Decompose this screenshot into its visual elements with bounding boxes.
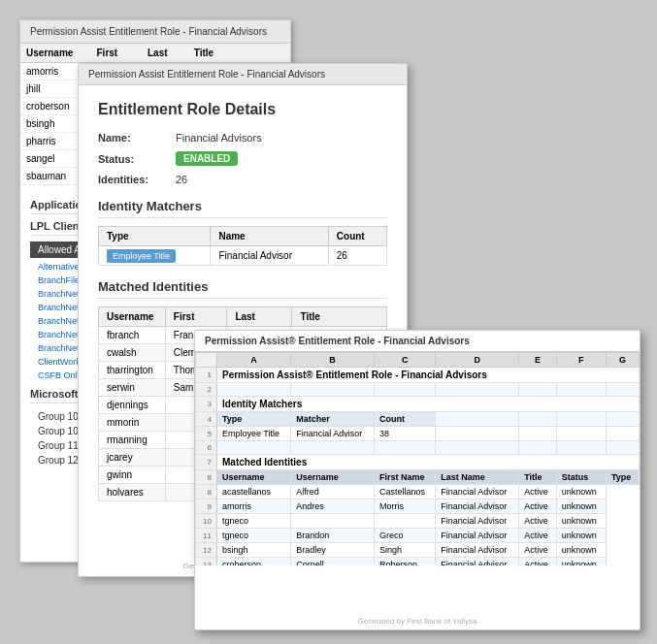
status-badge: ENABLED: [176, 151, 238, 166]
identity-matchers-label: Identity Matchers: [217, 397, 640, 412]
data-cell: Financial Advisor: [436, 485, 519, 499]
spreadsheet-main-title: Permission Assist® Entitlement Role - Fi…: [217, 368, 640, 383]
data-cell: Active: [519, 543, 557, 558]
data-cell: Active: [519, 558, 557, 566]
empty-cell: [606, 427, 639, 441]
identities-label: Identities:: [98, 174, 176, 185]
matched-identities-heading: Matched Identities: [98, 279, 387, 299]
col-a: A: [217, 353, 291, 368]
empty-cell: [556, 427, 606, 441]
matcher-col-header: Matcher: [291, 412, 375, 427]
col-c: C: [375, 353, 436, 368]
empty-cell: [436, 412, 519, 427]
spreadsheet-scroll[interactable]: A B C D E F G 1Permission Assist® Entitl…: [195, 352, 640, 565]
identities-row: Identities: 26: [98, 174, 387, 185]
empty-cell: [556, 383, 606, 397]
matcher-count-col: Count: [328, 227, 386, 246]
empty-row: 6: [196, 441, 640, 455]
data-cell: unknown: [556, 529, 606, 543]
status-row: Status: ENABLED: [98, 151, 387, 166]
data-cell: unknown: [556, 499, 606, 514]
identities-count: 26: [176, 174, 187, 185]
row-number: 4: [196, 412, 217, 427]
col-username: Username: [20, 44, 91, 63]
back-panel-header: Permission Assist Entitlement Role - Fin…: [20, 20, 290, 44]
row-number: 6: [196, 441, 217, 455]
data-cell: Morris: [375, 499, 436, 514]
identity-matchers-table: Type Name Count Employee TitleFinancial …: [98, 226, 387, 266]
data-col-header: Title: [519, 470, 557, 485]
table-cell: tharrington: [99, 362, 166, 379]
data-cell: [375, 514, 436, 529]
data-cell: Castellanos: [375, 485, 436, 499]
id-title-col: Title: [292, 307, 387, 327]
table-cell: 26: [328, 246, 386, 266]
table-cell: Employee Title: [99, 246, 211, 266]
empty-cell: [436, 441, 519, 455]
id-first-col: First: [165, 307, 227, 327]
empty-cell: [606, 441, 639, 455]
row-number: 11: [196, 529, 217, 543]
data-cell: Active: [519, 485, 557, 499]
data-col-header: Username: [291, 470, 375, 485]
data-col-header: Status: [556, 470, 606, 485]
data-cell: Singh: [375, 543, 436, 558]
empty-cell: [291, 383, 375, 397]
empty-cell: [291, 441, 375, 455]
mid-panel-header: Permission Assist Entitlement Role - Fin…: [79, 64, 407, 85]
col-e: E: [519, 353, 557, 368]
table-row: 12bsinghBradleySinghFinancial AdvisorAct…: [196, 543, 640, 558]
table-cell: fbranch: [99, 327, 166, 344]
data-cell: tgneco: [217, 514, 291, 529]
empty-cell: [436, 427, 519, 441]
employee-title-badge: Employee Title: [107, 249, 176, 263]
table-row: 11tgnecoBrandonGrecoFinancial AdvisorAct…: [196, 529, 640, 543]
col-username-header: Username: [217, 470, 291, 485]
data-cell: unknown: [556, 485, 606, 499]
data-col-header: Last Name: [436, 470, 519, 485]
table-cell: cwalsh: [99, 344, 166, 362]
data-cell: Active: [519, 499, 557, 514]
data-cell: unknown: [556, 558, 606, 566]
empty-cell: [436, 383, 519, 397]
data-cell: Roberson: [375, 558, 436, 566]
data-headers-row: 8UsernameUsernameFirst NameLast NameTitl…: [196, 470, 640, 485]
data-cell: Cornell: [291, 558, 375, 566]
empty-cell: [519, 441, 557, 455]
table-cell: djennings: [99, 397, 166, 414]
matcher-data-cell: 38: [375, 427, 436, 441]
data-cell: Financial Advisor: [436, 529, 519, 543]
data-cell: Active: [519, 514, 557, 529]
mid-panel-title: Entitlement Role Details: [98, 101, 387, 118]
row-number: 12: [196, 543, 217, 558]
row-number: 5: [196, 427, 217, 441]
data-cell: bsingh: [217, 543, 291, 558]
data-cell: Greco: [375, 529, 436, 543]
empty-cell: [217, 441, 291, 455]
empty-cell: [556, 412, 606, 427]
data-cell: tgneco: [217, 529, 291, 543]
table-cell: rmanning: [99, 432, 166, 449]
table-row: 13crobersonCornellRobersonFinancial Advi…: [196, 558, 640, 566]
identity-matchers-row: 3Identity Matchers: [196, 397, 640, 412]
matcher-data-cell: Employee Title: [217, 427, 291, 441]
data-cell: Financial Advisor: [436, 514, 519, 529]
spreadsheet-footer: Generated by First Bank of Yallysa: [195, 617, 640, 626]
spreadsheet-title-row: 1Permission Assist® Entitlement Role - F…: [196, 368, 640, 383]
col-b: B: [291, 353, 375, 368]
data-cell: Active: [519, 529, 557, 543]
row-number: 8: [196, 485, 217, 499]
col-f: F: [556, 353, 606, 368]
front-panel: Permission Assist® Entitlement Role - Fi…: [194, 330, 641, 630]
spreadsheet-grid: A B C D E F G 1Permission Assist® Entitl…: [195, 352, 640, 565]
matcher-data-cell: Financial Advisor: [291, 427, 375, 441]
data-col-header: Type: [606, 470, 639, 485]
table-cell: serwin: [99, 379, 166, 397]
data-cell: croberson: [217, 558, 291, 566]
empty-cell: [217, 383, 291, 397]
empty-cell: [375, 383, 436, 397]
matcher-col-header: Type: [217, 412, 291, 427]
empty-cell: [606, 412, 639, 427]
data-cell: unknown: [556, 514, 606, 529]
matcher-headers-row: 4TypeMatcherCount: [196, 412, 640, 427]
